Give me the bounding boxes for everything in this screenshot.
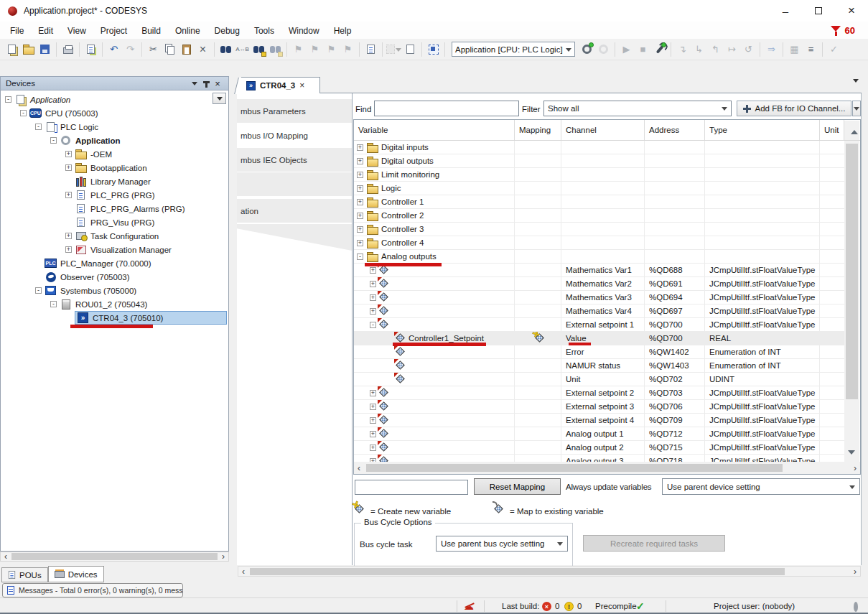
tree-item-plc-logic[interactable]: -PLC Logic <box>1 120 228 134</box>
expand-icon[interactable]: + <box>357 144 363 151</box>
scroll-left-icon[interactable]: ‹ <box>238 567 248 577</box>
tree-item-systembus-705000-[interactable]: -Systembus (705000) <box>1 284 228 297</box>
stop-icon[interactable]: ■ <box>635 42 650 57</box>
expand-icon[interactable]: + <box>357 158 363 164</box>
expand-icon[interactable]: + <box>370 431 376 437</box>
collapse-icon[interactable]: - <box>35 124 42 130</box>
io-table-row-error[interactable]: Error%QW1402Enumeration of INT <box>354 345 844 359</box>
column-header-type[interactable]: Type <box>705 120 820 140</box>
tree-item-application[interactable]: -Application <box>1 134 228 147</box>
tree-item-ctr04-3-705010-[interactable]: »CTR04_3 (705010) <box>1 311 228 325</box>
io-table-row-analog-outputs[interactable]: -Analog outputs <box>354 250 844 264</box>
expand-icon[interactable]: + <box>357 213 363 219</box>
io-table-row-external-setpoint-2[interactable]: +External setpoint 2%QD703JCmpUtilItf.st… <box>354 386 844 400</box>
start-icon[interactable]: ▶ <box>619 42 634 57</box>
column-header-variable[interactable]: Variable <box>354 120 515 140</box>
table-vscrollbar[interactable] <box>844 141 859 462</box>
io-table-row-logic[interactable]: +Logic <box>354 182 844 195</box>
column-header-mapping[interactable]: Mapping <box>515 120 561 140</box>
io-table-row-controller-2[interactable]: +Controller 2 <box>354 209 844 223</box>
expand-icon[interactable]: + <box>65 164 72 171</box>
scroll-right-icon[interactable]: › <box>850 463 860 473</box>
recreate-tasks-button[interactable]: Recreate required tasks <box>583 535 725 552</box>
expand-icon[interactable]: + <box>370 308 376 315</box>
menu-file[interactable]: File <box>3 24 31 38</box>
toolbar-overflow-button[interactable] <box>852 101 861 116</box>
side-tab-hidden[interactable] <box>237 172 352 196</box>
messages-statusbar[interactable]: Messages - Total 0 error(s), 0 warning(s… <box>2 583 183 597</box>
paste-icon[interactable] <box>179 42 194 57</box>
column-header-address[interactable]: Address <box>645 120 705 140</box>
open-project-icon[interactable] <box>21 42 36 57</box>
io-table-row-controller-3[interactable]: +Controller 3 <box>354 223 844 236</box>
format-icon[interactable]: ≡ <box>803 42 818 57</box>
find-input[interactable] <box>374 101 519 116</box>
tree-item-plc-prg-prg-[interactable]: +PLC_PRG (PRG) <box>1 188 228 202</box>
expand-icon[interactable]: + <box>370 445 376 451</box>
find-objects-icon[interactable] <box>251 42 266 57</box>
tree-item-rou01-2-705043-[interactable]: -ROU01_2 (705043) <box>1 297 228 311</box>
reset-mapping-button[interactable]: Reset Mapping <box>474 478 561 495</box>
bookmark-next-icon[interactable]: ⚑ <box>324 42 339 57</box>
scroll-right-icon[interactable]: › <box>218 552 228 562</box>
expand-icon[interactable]: + <box>65 151 72 157</box>
io-table-row-controller-1[interactable]: +Controller 1 <box>354 195 844 209</box>
column-header-channel[interactable]: Channel <box>561 120 645 140</box>
menu-help[interactable]: Help <box>327 24 359 38</box>
step-into-icon[interactable]: ↳ <box>691 42 706 57</box>
tree-item-plc-manager-70-0000-[interactable]: PLCPLC_Manager (70.0000) <box>1 256 228 270</box>
replace-objects-icon[interactable] <box>268 42 283 57</box>
expand-icon[interactable]: + <box>357 172 363 178</box>
menu-window[interactable]: Window <box>281 24 327 38</box>
minimize-button[interactable]: – <box>769 0 802 22</box>
reset-icon[interactable]: ↺ <box>741 42 756 57</box>
io-table-row-external-setpoint-4[interactable]: +External setpoint 4%QD709JCmpUtilItf.st… <box>354 414 844 427</box>
step-over-icon[interactable]: ↴ <box>675 42 690 57</box>
scroll-up-button[interactable] <box>844 121 859 140</box>
visualization-grid-icon[interactable] <box>426 42 441 57</box>
run-to-cursor-icon[interactable]: ↦ <box>724 42 739 57</box>
close-button[interactable]: × <box>835 0 868 22</box>
expand-icon[interactable]: + <box>370 404 376 410</box>
io-table-row-unit[interactable]: Unit%QD702UDINT <box>354 373 844 386</box>
menu-debug[interactable]: Debug <box>207 24 247 38</box>
menu-online[interactable]: Online <box>168 24 207 38</box>
expand-icon[interactable]: + <box>370 417 376 424</box>
undo-icon[interactable]: ↶ <box>106 42 121 57</box>
menu-edit[interactable]: Edit <box>31 24 60 38</box>
tree-item-visualization-manager[interactable]: +Visualization Manager <box>1 243 228 256</box>
tree-item-plc-prg-alarms-prg-[interactable]: PLC_PRG_Alarms (PRG) <box>1 202 228 215</box>
expand-icon[interactable]: + <box>357 240 363 246</box>
collapse-icon[interactable]: - <box>35 287 42 294</box>
editor-tab-ctr04_3[interactable]: » CTR04_3 × <box>241 77 320 93</box>
filter-combo[interactable]: Show all <box>543 101 732 116</box>
tree-item-bootapplication[interactable]: +Bootapplication <box>1 161 228 175</box>
tree-item-library-manager[interactable]: Library Manager <box>1 175 228 188</box>
expand-icon[interactable]: + <box>370 267 376 274</box>
collapse-icon[interactable]: - <box>370 322 376 328</box>
side-tab-mbus-parameters[interactable]: mbus Parameters <box>237 99 352 123</box>
mapping-footer-input[interactable] <box>355 480 468 495</box>
io-table-row-digital-inputs[interactable]: +Digital inputs <box>354 141 844 154</box>
copy-project-icon[interactable] <box>83 42 98 57</box>
tree-item-application[interactable]: -Application <box>1 93 228 106</box>
expand-icon[interactable]: + <box>357 199 363 205</box>
delete-icon[interactable]: × <box>195 42 210 57</box>
pin-icon[interactable] <box>200 80 212 88</box>
save-icon[interactable] <box>37 42 52 57</box>
io-table-row-namur-status[interactable]: NAMUR status%QW1403Enumeration of INT <box>354 359 844 373</box>
io-table-row-analog-output-1[interactable]: +Analog output 1%QD712JCmpUtilItf.stFloa… <box>354 427 844 441</box>
io-table-row-analog-output-3[interactable]: +Analog output 3%QD718JCmpUtilItf.stFloa… <box>354 455 844 462</box>
tree-root-selector[interactable] <box>213 93 226 104</box>
new-document-icon[interactable] <box>403 42 418 57</box>
print-icon[interactable] <box>60 42 75 57</box>
replace-icon[interactable]: A↔B <box>235 42 250 57</box>
find-icon[interactable] <box>218 42 233 57</box>
menu-build[interactable]: Build <box>134 24 168 38</box>
redo-icon[interactable]: ↷ <box>123 42 138 57</box>
tab-close-icon[interactable]: × <box>299 80 304 90</box>
scroll-left-icon[interactable]: ‹ <box>1 552 11 562</box>
check-syntax-icon[interactable]: ✓ <box>826 42 841 57</box>
collapse-icon[interactable]: - <box>5 96 11 103</box>
tree-item-cpu-705003-[interactable]: -CPUCPU (705003) <box>1 106 228 120</box>
